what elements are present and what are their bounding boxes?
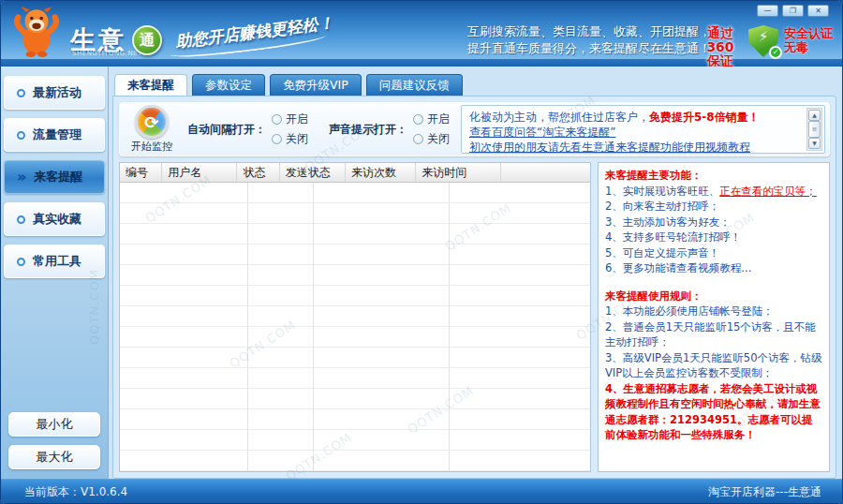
visitor-table: 编号 用户名 状态 发送状态 来访次数 来访时间 — [119, 162, 591, 472]
table-body — [120, 183, 590, 471]
table-column-header: 用户名 — [162, 163, 237, 182]
sidebar-item[interactable]: 流量管理 — [4, 118, 105, 152]
feature-item: 4、支持多旺号轮流打招呼！ — [605, 230, 822, 245]
start-monitor-button[interactable]: ⟳ 开始监控 — [127, 105, 176, 154]
radio-option-label: 开启 — [427, 111, 450, 127]
radio-group: 自动间隔打开： 开启 关闭 — [187, 111, 308, 147]
rule-item: 2、普通会员1天只能监听15个访客，且不能主动打招呼； — [605, 319, 822, 350]
monitor-icon[interactable]: ⟳ — [135, 105, 169, 139]
radio-icon[interactable] — [272, 134, 282, 144]
table-column-header: 状态 — [237, 163, 279, 182]
settings-row: ⟳ 开始监控 自动间隔打开： 开启 — [119, 102, 830, 156]
table-column-header: 来访次数 — [346, 163, 416, 182]
feature-item: 3、主动添加访客为好友； — [605, 215, 822, 230]
check-icon: ✓ — [769, 46, 782, 59]
scroll-up-icon[interactable]: ▲ — [808, 110, 821, 121]
window-controls: — ❐ ✕ — [757, 5, 829, 17]
bullet-icon — [17, 170, 26, 185]
column-divider — [313, 183, 314, 471]
radio-icon[interactable] — [413, 134, 423, 144]
window-maximize-button[interactable]: ❐ — [782, 5, 804, 17]
sidebar-item[interactable]: 来客提醒 — [4, 160, 105, 194]
radio-groups: 自动间隔打开： 开启 关闭 — [187, 111, 450, 147]
sidebar-item-label: 真实收藏 — [33, 211, 81, 228]
promo-text: 互刷搜索流量、类目流量、收藏、开团提醒， 提升直通车质量得分，来客提醒尽在生意通… — [467, 23, 711, 57]
radio-group-label: 声音提示打开： — [329, 122, 407, 138]
sidebar: 最新活动 流量管理 来客提醒 真实收藏 — [1, 67, 109, 479]
tab[interactable]: 免费升级VIP — [270, 74, 362, 96]
bullet-icon — [17, 258, 25, 266]
radio-option-on[interactable]: 开启 — [413, 111, 450, 127]
rule-item: 4、生意通招募志愿者，若您会美工设计或视频教程制作且有空闲时间热心奉献，请加生意… — [605, 381, 822, 443]
bullet-icon — [17, 131, 25, 140]
feature-item: 6、更多功能请查看视频教程... — [605, 260, 822, 276]
sidebar-item-label: 来客提醒 — [34, 169, 82, 185]
tab-bar: 来客提醒 参数设定 免费升级VIP 问题建议反馈 — [112, 74, 836, 96]
version-text: 当前版本：V1.0.6.4 — [24, 484, 127, 500]
table-column-header: 编号 — [120, 163, 162, 182]
notice-box: 化被动为主动，帮您抓住过店客户，免费提升5-8倍销量！ 查看百度问答“淘宝来客提… — [461, 105, 825, 154]
info-panel: 来客提醒主要功能： 1、实时展现访客旺旺、正在查看的宝贝等； 2、向来客主动打招… — [598, 162, 830, 472]
feature-item: 5、可自定义提示声音！ — [605, 245, 822, 261]
brand-site: SHENGYITONG.NET — [72, 50, 142, 57]
promo-line1: 互刷搜索流量、类目流量、收藏、开团提醒， — [467, 23, 711, 40]
notice-scrollbar[interactable]: ▲ ≡ ▼ — [806, 108, 822, 151]
scroll-down-icon[interactable]: ▼ — [808, 138, 821, 149]
tab[interactable]: 问题建议反馈 — [366, 74, 463, 96]
table-header: 编号 用户名 状态 发送状态 来访次数 来访时间 — [120, 163, 590, 183]
sidebar-item-label: 最新活动 — [33, 84, 81, 101]
sidebar-item[interactable]: 最新活动 — [4, 76, 105, 110]
bullet-icon — [17, 89, 25, 97]
minimize-app-button[interactable]: 最小化 — [8, 412, 100, 437]
mascot-icon — [12, 5, 61, 57]
tab[interactable]: 参数设定 — [192, 74, 265, 96]
radio-option-label: 关闭 — [427, 131, 450, 147]
monitor-label: 开始监控 — [127, 140, 176, 154]
sidebar-item-label: 常用工具 — [33, 253, 81, 270]
feature-item: 2、向来客主动打招呼； — [605, 199, 822, 215]
features-list: 1、实时展现访客旺旺、正在查看的宝贝等； 2、向来客主动打招呼； 3、主动添加访… — [605, 184, 822, 276]
sidebar-item[interactable]: 真实收藏 — [4, 202, 105, 236]
content: 来客提醒 参数设定 免费升级VIP 问题建议反馈 ⟳ 开始监控 — [109, 67, 842, 479]
slogan: 助您开店赚钱更轻松！ — [174, 12, 335, 53]
radio-option-label: 开启 — [286, 111, 308, 127]
status-bar: 当前版本：V1.0.6.4 淘宝开店利器---生意通 — [1, 479, 842, 504]
statusbar-right-text: 淘宝开店利器---生意通 — [708, 484, 821, 500]
maximize-app-button[interactable]: 最大化 — [8, 445, 100, 469]
radio-icon[interactable] — [413, 114, 423, 125]
brand-logo-icon: 通 — [132, 25, 162, 55]
tab[interactable]: 来客提醒 — [114, 74, 187, 96]
security-shield-icon: ⚡ ✓ — [748, 25, 778, 57]
video-tutorial-link[interactable]: 初次使用的朋友请先看生意通来客提醒功能使用视频教程 — [469, 141, 750, 154]
radio-group-label: 自动间隔打开： — [187, 122, 266, 138]
notice-text: 化被动为主动，帮您抓住过店客户， — [469, 111, 649, 124]
radio-option-label: 关闭 — [286, 131, 308, 147]
column-divider — [449, 183, 450, 471]
bullet-icon — [17, 215, 25, 224]
radio-group: 声音提示打开： 开启 关闭 — [329, 111, 450, 147]
rule-item: 1、本功能必须使用店铺帐号登陆； — [605, 304, 822, 319]
badge-360: 通过360 保证 — [694, 26, 747, 68]
cert-text: 安全认证 无毒 — [784, 26, 840, 54]
tab-panel: ⟳ 开始监控 自动间隔打开： 开启 — [112, 96, 836, 479]
table-column-header: 发送状态 — [280, 163, 346, 182]
promo-line2: 提升直通车质量得分，来客提醒尽在生意通！ — [467, 40, 711, 57]
feature-item: 1、实时展现访客旺旺、正在查看的宝贝等； — [605, 184, 822, 200]
sidebar-item[interactable]: 常用工具 — [4, 245, 105, 278]
window-minimize-button[interactable]: — — [757, 5, 778, 17]
header: 生意 SHENGYITONG.NET 通 助您开店赚钱更轻松！ 互刷搜索流量、类… — [1, 1, 842, 59]
radio-icon[interactable] — [272, 114, 282, 125]
radio-option-off[interactable]: 关闭 — [272, 131, 308, 147]
baidu-qa-link[interactable]: 查看百度问答“淘宝来客提醒” — [469, 126, 615, 139]
radio-option-on[interactable]: 开启 — [272, 111, 308, 127]
table-column-header: 来访时间 — [416, 163, 500, 182]
features-title: 来客提醒主要功能： — [605, 168, 822, 184]
scroll-thumb[interactable]: ≡ — [808, 121, 821, 138]
sidebar-spacer — [1, 287, 108, 404]
rule-item: 3、高级VIP会员1天只能监听50个访客，钻级VIP以上会员监控访客数不受限制； — [605, 350, 822, 381]
app-window: 生意 SHENGYITONG.NET 通 助您开店赚钱更轻松！ 互刷搜索流量、类… — [0, 0, 843, 504]
radio-option-off[interactable]: 关闭 — [413, 131, 450, 147]
column-divider — [247, 183, 248, 471]
sidebar-item-label: 流量管理 — [33, 126, 81, 143]
window-close-button[interactable]: ✕ — [807, 5, 829, 17]
